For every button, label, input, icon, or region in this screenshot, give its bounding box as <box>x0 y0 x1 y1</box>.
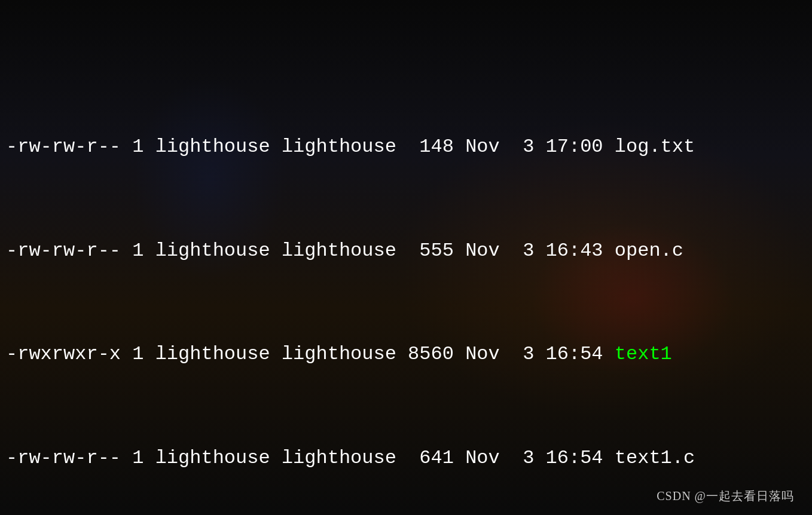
terminal-line: -rw-rw-r-- 1 lighthouse lighthouse 641 N… <box>6 445 806 471</box>
terminal-line: -rw-rw-r-- 1 lighthouse lighthouse 148 N… <box>6 134 806 160</box>
green-filename: text1 <box>615 343 672 365</box>
terminal-line: -rwxrwxr-x 1 lighthouse lighthouse 8560 … <box>6 341 806 367</box>
watermark: CSDN @一起去看日落吗 <box>657 488 794 504</box>
terminal-window: -rw-rw-r-- 1 lighthouse lighthouse 148 N… <box>0 0 812 515</box>
terminal-content: -rw-rw-r-- 1 lighthouse lighthouse 148 N… <box>0 51 812 515</box>
terminal-line: -rw-rw-r-- 1 lighthouse lighthouse 555 N… <box>6 238 806 264</box>
